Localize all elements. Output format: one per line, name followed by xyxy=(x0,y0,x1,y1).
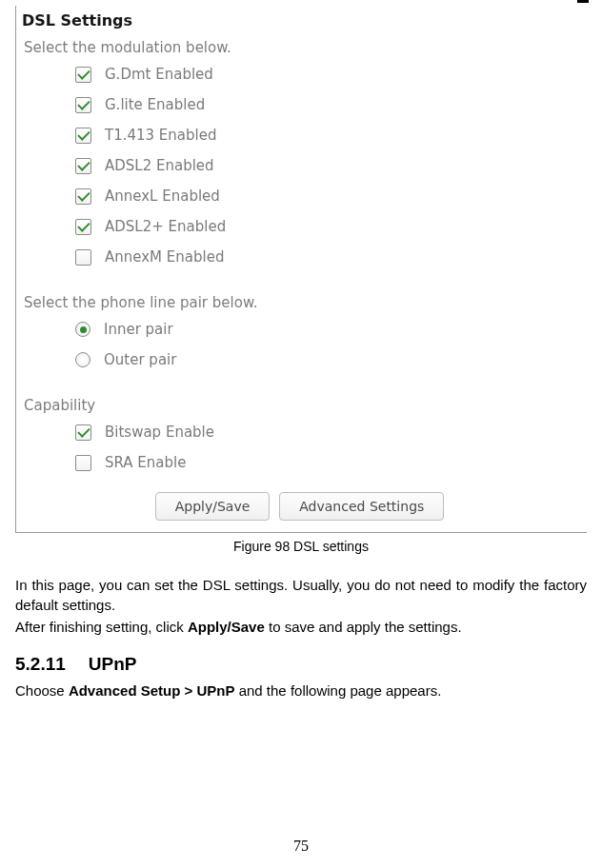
figure-caption: Figure 98 DSL settings xyxy=(15,539,587,554)
text-fragment: After finishing setting, click xyxy=(15,619,188,635)
modulation-option[interactable]: ADSL2 Enabled xyxy=(75,157,579,174)
checkbox-icon[interactable] xyxy=(75,219,91,235)
panel-title: DSL Settings xyxy=(22,11,579,30)
checkbox-icon[interactable] xyxy=(75,455,91,471)
option-label: ADSL2 Enabled xyxy=(105,157,214,174)
text-fragment: to save and apply the settings. xyxy=(265,619,462,635)
paragraph: After finishing setting, click Apply/Sav… xyxy=(15,617,587,637)
paragraph: Choose Advanced Setup > UPnP and the fol… xyxy=(15,682,587,699)
option-label: ADSL2+ Enabled xyxy=(105,218,226,235)
checkbox-icon[interactable] xyxy=(75,249,91,266)
checkbox-icon[interactable] xyxy=(75,97,91,113)
modulation-option[interactable]: ADSL2+ Enabled xyxy=(75,218,579,235)
option-label: Outer pair xyxy=(104,351,176,368)
bold-text: Advanced Setup > UPnP xyxy=(69,682,235,699)
capability-label: Capability xyxy=(24,397,579,414)
option-label: SRA Enable xyxy=(105,454,186,471)
radio-icon[interactable] xyxy=(75,322,90,337)
page-number: 75 xyxy=(293,838,309,855)
paragraph: In this page, you can set the DSL settin… xyxy=(15,575,587,615)
button-row: Apply/Save Advanced Settings xyxy=(20,492,579,521)
capability-option[interactable]: SRA Enable xyxy=(75,454,579,471)
option-label: AnnexM Enabled xyxy=(105,248,224,266)
heading-number: 5.2.11 xyxy=(15,654,66,675)
option-label: T1.413 Enabled xyxy=(105,127,217,144)
capability-list: Bitswap Enable SRA Enable xyxy=(20,424,579,471)
capability-option[interactable]: Bitswap Enable xyxy=(75,424,579,441)
section-heading: 5.2.11UPnP xyxy=(15,654,587,675)
checkbox-icon[interactable] xyxy=(75,67,91,83)
heading-title: UPnP xyxy=(89,654,137,674)
option-label: AnnexL Enabled xyxy=(105,187,220,205)
checkbox-icon[interactable] xyxy=(75,188,91,205)
phone-label: Select the phone line pair below. xyxy=(24,294,579,311)
modulation-option[interactable]: AnnexL Enabled xyxy=(75,187,579,205)
apply-save-button[interactable]: Apply/Save xyxy=(155,492,271,521)
modulation-option[interactable]: G.Dmt Enabled xyxy=(75,66,579,83)
modulation-list: G.Dmt Enabled G.lite Enabled T1.413 Enab… xyxy=(20,66,579,266)
checkbox-icon[interactable] xyxy=(75,424,91,441)
body-text: In this page, you can set the DSL settin… xyxy=(15,575,587,637)
modulation-option[interactable]: T1.413 Enabled xyxy=(75,127,579,144)
bold-text: Apply/Save xyxy=(188,619,265,635)
option-label: Bitswap Enable xyxy=(105,424,214,441)
dsl-settings-panel: DSL Settings Select the modulation below… xyxy=(15,6,587,533)
phone-option[interactable]: Outer pair xyxy=(75,351,579,368)
checkbox-icon[interactable] xyxy=(75,128,91,144)
modulation-option[interactable]: G.lite Enabled xyxy=(75,96,579,113)
checkbox-icon[interactable] xyxy=(75,158,91,174)
radio-icon[interactable] xyxy=(75,352,90,367)
option-label: G.Dmt Enabled xyxy=(105,66,213,83)
phone-option[interactable]: Inner pair xyxy=(75,321,579,338)
modulation-label: Select the modulation below. xyxy=(24,39,579,56)
option-label: G.lite Enabled xyxy=(105,96,205,113)
option-label: Inner pair xyxy=(104,321,173,338)
phone-list: Inner pair Outer pair xyxy=(20,321,579,368)
text-fragment: and the following page appears. xyxy=(235,682,442,699)
text-fragment: Choose xyxy=(15,682,69,699)
advanced-settings-button[interactable]: Advanced Settings xyxy=(279,492,444,521)
modulation-option[interactable]: AnnexM Enabled xyxy=(75,248,579,266)
